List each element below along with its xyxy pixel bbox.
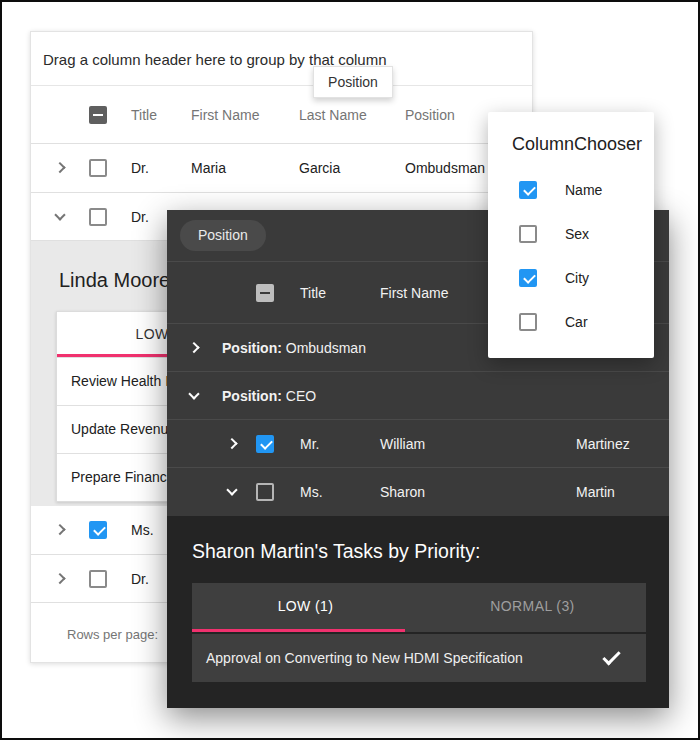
chevron-right-icon[interactable] [54,572,65,583]
column-chooser-item-city[interactable]: City [488,256,654,300]
checkbox-label: City [565,270,589,286]
screenshot-root: Drag a column header here to group by th… [0,0,700,740]
detail-title: Sharon Martin's Tasks by Priority: [192,540,480,563]
column-header-last-name[interactable]: Last Name [299,107,367,123]
detail-tab-strip: LOW (1) NORMAL (3) [192,583,646,632]
task-list-item[interactable]: Approval on Converting to New HDMI Speci… [192,634,646,682]
cell-last-name: Martin [576,484,615,500]
checkbox[interactable] [519,313,537,331]
grouped-column-chip[interactable]: Position [180,220,266,251]
tab-low[interactable]: LOW (1) [192,583,419,632]
select-all-checkbox-indeterminate[interactable] [256,284,274,302]
column-header-first-name[interactable]: First Name [380,285,448,301]
chevron-right-icon[interactable] [188,341,199,352]
chevron-down-icon[interactable] [226,484,237,495]
group-value: Ombudsman [286,340,366,356]
cell-title: Dr. [131,209,149,225]
cell-last-name: Martinez [576,436,630,452]
tab-normal[interactable]: NORMAL (3) [419,583,646,632]
select-all-checkbox-indeterminate[interactable] [89,106,107,124]
checkbox-checked[interactable] [519,269,537,287]
task-text: Approval on Converting to New HDMI Speci… [206,650,523,666]
group-row-text: Position: CEO [222,388,316,404]
column-chooser-item-sex[interactable]: Sex [488,212,654,256]
cell-first-name: Sharon [380,484,425,500]
checkbox-label: Car [565,314,588,330]
row-checkbox-checked[interactable] [256,435,274,453]
column-chooser-item-name[interactable]: Name [488,168,654,212]
group-row-text: Position: Ombudsman [222,340,366,356]
column-header-first-name[interactable]: First Name [191,107,259,123]
group-value: CEO [286,388,316,404]
row-checkbox[interactable] [256,483,274,501]
chevron-down-icon[interactable] [188,388,199,399]
group-panel-hint-text: Drag a column header here to group by th… [43,50,387,67]
group-panel-drop-zone[interactable]: Drag a column header here to group by th… [31,32,532,86]
check-icon [602,647,620,665]
chevron-right-icon[interactable] [54,524,65,535]
column-header-title[interactable]: Title [300,285,326,301]
cell-title: Ms. [131,522,154,538]
cell-last-name: Garcia [299,160,340,176]
dragged-column-chip[interactable]: Position [313,66,393,98]
cell-position: Ombudsman [405,160,485,176]
column-header-position[interactable]: Position [405,107,455,123]
column-chooser-item-car[interactable]: Car [488,300,654,344]
active-tab-underline [192,629,405,632]
column-chooser-panel: ColumnChooser Name Sex City Car [488,112,654,358]
checkbox-label: Name [565,182,602,198]
group-key: Position: [222,340,282,356]
checkbox[interactable] [519,225,537,243]
chevron-right-icon[interactable] [54,162,65,173]
chevron-right-icon[interactable] [226,437,237,448]
group-row-expanded[interactable]: Position: CEO [167,372,669,420]
checkbox-label: Sex [565,226,589,242]
checkbox-checked[interactable] [519,181,537,199]
chevron-down-icon[interactable] [54,209,65,220]
cell-first-name: Maria [191,160,226,176]
rows-per-page-label: Rows per page: [67,627,158,642]
cell-title: Dr. [131,160,149,176]
row-checkbox-checked[interactable] [89,521,107,539]
column-chooser-title: ColumnChooser [512,134,642,155]
column-header-title[interactable]: Title [131,107,157,123]
light-grid-header-row: Title First Name Last Name Position [31,86,532,144]
row-checkbox[interactable] [89,570,107,588]
cell-first-name: William [380,436,425,452]
group-key: Position: [222,388,282,404]
cell-title: Mr. [300,436,319,452]
cell-title: Dr. [131,571,149,587]
row-checkbox[interactable] [89,208,107,226]
table-row[interactable]: Dr. Maria Garcia Ombudsman [31,144,532,193]
row-detail-section: Sharon Martin's Tasks by Priority: LOW (… [167,516,669,708]
table-row[interactable]: Mr. William Martinez [167,420,669,468]
row-checkbox[interactable] [89,159,107,177]
detail-person-name: Linda Moore [59,269,170,292]
cell-title: Ms. [300,484,323,500]
table-row-expanded[interactable]: Ms. Sharon Martin [167,468,669,516]
